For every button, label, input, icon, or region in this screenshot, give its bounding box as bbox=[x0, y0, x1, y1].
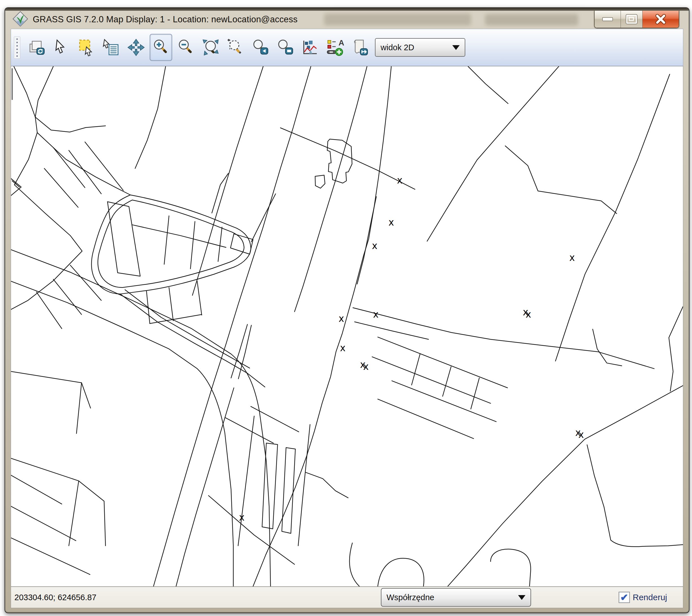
svg-text:x: x bbox=[239, 512, 245, 523]
zoom-back-icon bbox=[251, 38, 269, 57]
save-display-icon bbox=[351, 38, 369, 57]
zoom-in-icon bbox=[152, 38, 170, 57]
zoom-in-button[interactable] bbox=[150, 34, 172, 61]
minimize-icon bbox=[602, 17, 613, 21]
statusbar: 203304.60; 624656.87 Współrzędne ✔ Rende… bbox=[11, 587, 683, 608]
svg-text:x: x bbox=[389, 217, 394, 228]
display-map-icon bbox=[28, 38, 46, 57]
svg-text:x: x bbox=[579, 429, 584, 440]
zoom-out-icon bbox=[177, 38, 195, 57]
minimize-button[interactable] bbox=[594, 11, 621, 28]
maximize-icon bbox=[626, 15, 637, 24]
zoom-to-region-icon bbox=[226, 38, 244, 57]
display-map-button[interactable] bbox=[25, 34, 48, 61]
window-controls bbox=[594, 11, 679, 28]
render-control: ✔ Renderuj bbox=[619, 592, 667, 603]
zoom-to-map-button[interactable] bbox=[274, 34, 297, 61]
maximize-button[interactable] bbox=[621, 11, 643, 28]
zoom-to-region-button[interactable] bbox=[224, 34, 247, 61]
window-title: GRASS GIS 7.2.0 Map Display: 1 - Locatio… bbox=[33, 15, 298, 25]
close-icon bbox=[654, 13, 667, 25]
statusbar-mode-dropdown[interactable]: Współrzędne bbox=[381, 588, 531, 607]
query-features-button[interactable] bbox=[100, 34, 123, 61]
pointer-button[interactable] bbox=[50, 34, 73, 61]
analyze-map-icon bbox=[301, 38, 319, 57]
svg-text:x: x bbox=[373, 309, 379, 320]
pan-button[interactable] bbox=[125, 34, 147, 61]
svg-text:x: x bbox=[397, 175, 403, 186]
svg-text:x: x bbox=[339, 313, 344, 324]
blurred-title-area bbox=[485, 14, 578, 25]
render-checkbox[interactable]: ✔ bbox=[619, 592, 630, 603]
svg-text:x: x bbox=[569, 252, 575, 263]
svg-text:x: x bbox=[372, 240, 377, 251]
chevron-down-icon bbox=[452, 45, 460, 50]
coordinate-readout: 203304.60; 624656.87 bbox=[15, 593, 96, 602]
zoom-out-button[interactable] bbox=[174, 34, 197, 61]
map-vector-lines bbox=[11, 66, 683, 586]
svg-text:A: A bbox=[339, 38, 344, 47]
select-features-icon bbox=[78, 38, 95, 57]
query-features-icon bbox=[102, 38, 120, 57]
map-display-area[interactable]: xxxxxxxxxxxxxx bbox=[11, 66, 683, 587]
close-button[interactable] bbox=[643, 11, 679, 28]
grass-gis-logo-icon bbox=[13, 11, 28, 28]
svg-text:x: x bbox=[526, 309, 531, 320]
select-features-button[interactable] bbox=[75, 34, 98, 61]
analyze-map-button[interactable] bbox=[299, 34, 321, 61]
view-mode-value: widok 2D bbox=[381, 43, 414, 52]
add-overlay-button[interactable]: A bbox=[324, 34, 346, 61]
view-mode-dropdown[interactable]: widok 2D bbox=[375, 38, 465, 57]
digitized-point-markers: xxxxxxxxxxxxxx bbox=[239, 175, 584, 523]
zoom-to-extent-icon bbox=[201, 38, 220, 57]
map-canvas[interactable]: xxxxxxxxxxxxxx bbox=[11, 66, 683, 586]
statusbar-mode-value: Współrzędne bbox=[387, 593, 434, 602]
render-checkbox-label: Renderuj bbox=[633, 593, 667, 602]
grass-gis-map-display-window: GRASS GIS 7.2.0 Map Display: 1 - Locatio… bbox=[4, 7, 689, 613]
zoom-to-map-icon bbox=[276, 38, 294, 57]
svg-text:x: x bbox=[340, 343, 346, 353]
svg-text:x: x bbox=[363, 361, 369, 372]
pan-icon bbox=[127, 38, 145, 57]
chevron-down-icon bbox=[518, 595, 525, 600]
pointer-icon bbox=[52, 38, 70, 57]
add-overlay-icon: A bbox=[326, 38, 344, 57]
zoom-back-button[interactable] bbox=[249, 34, 272, 61]
save-display-button[interactable] bbox=[348, 34, 371, 61]
map-toolbar: A widok 2D bbox=[11, 29, 683, 66]
zoom-to-extent-button[interactable] bbox=[199, 34, 222, 61]
blurred-title-area bbox=[324, 14, 471, 25]
titlebar[interactable]: GRASS GIS 7.2.0 Map Display: 1 - Locatio… bbox=[5, 10, 689, 29]
toolbar-drag-handle[interactable] bbox=[14, 37, 20, 59]
